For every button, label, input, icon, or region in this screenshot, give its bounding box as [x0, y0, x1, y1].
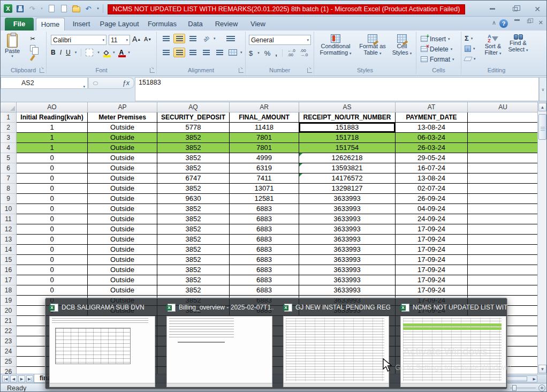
cell-AU15[interactable] — [468, 255, 538, 265]
row-header-17[interactable]: 17 — [1, 275, 17, 285]
merge-center-icon[interactable] — [227, 48, 239, 57]
cell-AR15[interactable]: 6883 — [230, 255, 299, 265]
row-header-16[interactable]: 16 — [1, 265, 17, 275]
cell-AT3[interactable]: 06-03-24 — [396, 133, 468, 143]
underline-button[interactable]: U — [66, 49, 71, 56]
workbook-restore-icon[interactable] — [527, 19, 531, 24]
row-header-19[interactable]: 19 — [1, 296, 17, 306]
cell-AQ3[interactable]: 3852 — [157, 133, 230, 143]
undo-icon[interactable]: ↶ — [83, 4, 93, 13]
cell-AQ12[interactable]: 3852 — [157, 224, 230, 235]
cell-AP2[interactable]: Outside — [88, 123, 157, 133]
cell-AQ9[interactable]: 9630 — [157, 194, 230, 204]
cell-AP6[interactable]: Outside — [88, 163, 157, 174]
fill-button[interactable]: ↓▾ — [465, 44, 476, 53]
row-header-8[interactable]: 8 — [1, 184, 17, 194]
cell-AT1[interactable]: PAYMENT_DATE — [396, 112, 468, 123]
align-right-icon[interactable] — [187, 48, 199, 57]
cell-AQ11[interactable]: 3852 — [157, 214, 230, 224]
format-cells-button[interactable]: Format▾ — [421, 54, 454, 64]
autosum-button[interactable]: Σ▾ — [465, 34, 476, 43]
preview-thumbnail-3[interactable]: GJ NEW INSTAL PENDING REG 0... — [282, 300, 390, 388]
orientation-icon[interactable]: ab — [199, 31, 214, 46]
cell-AU1[interactable] — [468, 112, 538, 123]
font-color-icon[interactable]: A — [119, 50, 124, 55]
preview-thumbnail-2[interactable]: Billing_overview - 2025-02-07T1... — [165, 300, 274, 388]
paste-button[interactable]: Paste▾ — [5, 34, 20, 58]
cell-AS9[interactable]: 3633993 — [299, 194, 396, 204]
tab-home[interactable]: Home — [36, 18, 65, 31]
cell-AS8[interactable]: 13298127 — [299, 184, 396, 194]
tab-review[interactable]: Review — [212, 18, 240, 31]
wrap-text-icon[interactable] — [225, 34, 237, 43]
cell-AO13[interactable]: 0 — [17, 235, 88, 245]
restore-button[interactable] — [508, 5, 522, 13]
cell-AT18[interactable]: 17-09-24 — [396, 285, 468, 296]
align-middle-icon[interactable] — [173, 34, 185, 43]
cell-AQ7[interactable]: 6747 — [157, 174, 230, 184]
cell-AU4[interactable] — [468, 143, 538, 153]
tab-data[interactable]: Data — [185, 18, 206, 31]
cell-AT12[interactable]: 17-09-24 — [396, 224, 468, 235]
cell-AO15[interactable]: 0 — [17, 255, 88, 265]
cell-AP14[interactable]: Outside — [88, 245, 157, 255]
cell-AR5[interactable]: 4999 — [230, 153, 299, 163]
row-header-21[interactable]: 21 — [1, 316, 17, 326]
collapse-ribbon-icon[interactable]: ∧ — [492, 19, 496, 26]
align-center-icon[interactable] — [173, 48, 185, 57]
next-sheet-icon[interactable]: ▶ — [18, 375, 25, 382]
tab-file[interactable]: File — [5, 18, 34, 31]
fill-color-icon[interactable]: ◇ — [104, 50, 109, 55]
column-header-AQ[interactable]: AQ — [157, 102, 230, 112]
cell-AQ2[interactable]: 5778 — [157, 123, 230, 133]
cell-AR7[interactable]: 7411 — [230, 174, 299, 184]
cell-AT9[interactable]: 26-09-24 — [396, 194, 468, 204]
cell-AQ15[interactable]: 3852 — [157, 255, 230, 265]
cell-AP4[interactable]: Outside — [88, 143, 157, 153]
cell-AT10[interactable]: 04-09-24 — [396, 204, 468, 214]
cell-AP13[interactable]: Outside — [88, 235, 157, 245]
column-header-AT[interactable]: AT — [396, 102, 468, 112]
scroll-down-icon[interactable]: ▼ — [538, 365, 546, 373]
cell-AR4[interactable]: 7801 — [230, 143, 299, 153]
cell-AO3[interactable]: 1 — [17, 133, 88, 143]
name-box-dropdown-icon[interactable]: ▾ — [83, 81, 85, 92]
tab-formulas[interactable]: Formulas — [145, 18, 179, 31]
zoom-in-icon[interactable]: + — [538, 385, 545, 391]
column-header-AP[interactable]: AP — [88, 102, 157, 112]
cell-AR8[interactable]: 13071 — [230, 184, 299, 194]
align-bottom-icon[interactable] — [187, 34, 199, 43]
expand-formula-bar-icon[interactable]: ∨ — [539, 77, 547, 101]
vertical-scrollbar[interactable]: ▲ ▼ — [537, 102, 546, 374]
cell-AU9[interactable] — [468, 194, 538, 204]
align-left-icon[interactable] — [160, 48, 172, 57]
cell-AO12[interactable]: 0 — [17, 224, 88, 235]
cell-AT2[interactable]: 13-08-24 — [396, 123, 468, 133]
cell-AS17[interactable]: 3633993 — [299, 275, 396, 285]
cell-AU8[interactable] — [468, 184, 538, 194]
row-header-24[interactable]: 24 — [1, 346, 17, 357]
print-preview-icon[interactable] — [47, 4, 56, 13]
cell-AR2[interactable]: 11418 — [230, 123, 299, 133]
prev-sheet-icon[interactable]: ◀ — [10, 375, 17, 382]
cell-AU11[interactable] — [468, 214, 538, 224]
copy-icon[interactable] — [28, 44, 37, 52]
row-header-25[interactable]: 25 — [1, 357, 17, 367]
cell-AR3[interactable]: 7801 — [230, 133, 299, 143]
cut-icon[interactable]: ✂ — [28, 35, 37, 42]
cell-AR10[interactable]: 6883 — [230, 204, 299, 214]
conditional-formatting-button[interactable]: Conditional Formatting ▾ — [316, 34, 355, 57]
tab-view[interactable]: View — [247, 18, 269, 31]
cell-AU3[interactable] — [468, 133, 538, 143]
cell-AQ18[interactable]: 3852 — [157, 285, 230, 296]
column-header-AS[interactable]: AS — [299, 102, 396, 112]
cell-AT4[interactable]: 26-03-24 — [396, 143, 468, 153]
cell-AQ17[interactable]: 3852 — [157, 275, 230, 285]
increase-indent-icon[interactable] — [214, 48, 225, 57]
number-dialog-launcher[interactable] — [307, 68, 312, 73]
cell-AT15[interactable]: 17-09-24 — [396, 255, 468, 265]
preview-image-2[interactable] — [166, 316, 272, 387]
column-header-AO[interactable]: AO — [17, 102, 88, 112]
cell-AT6[interactable]: 16-07-24 — [396, 163, 468, 174]
decrease-indent-icon[interactable] — [200, 48, 212, 57]
